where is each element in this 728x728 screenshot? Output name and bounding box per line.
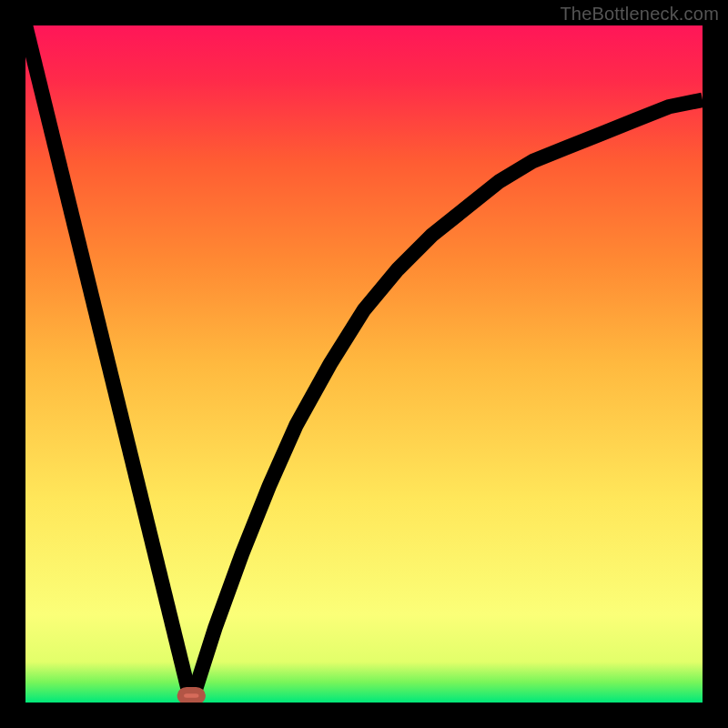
curve-right <box>191 100 703 703</box>
curve-left <box>25 25 191 703</box>
chart-svg <box>25 25 703 703</box>
chart-area <box>25 25 703 703</box>
minimum-marker <box>180 691 202 702</box>
watermark-text: TheBottleneck.com <box>560 4 719 25</box>
